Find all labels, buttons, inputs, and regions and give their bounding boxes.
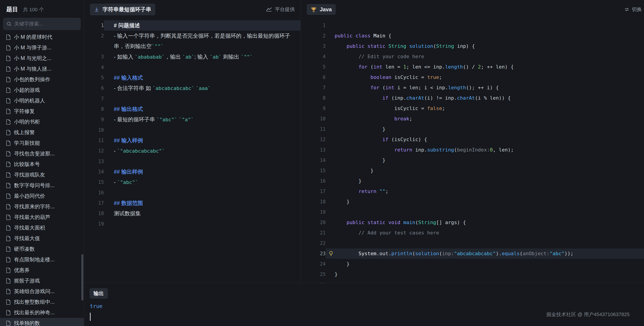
markdown-line[interactable]: 3- 如输入 `abababab`，输出 `ab`; 输入 `ab` 则输出 `… — [84, 52, 300, 62]
code-line[interactable]: 4 // Edit your code here — [301, 51, 644, 62]
code-line[interactable]: 6 boolean isCyclic = true; — [301, 72, 644, 83]
sidebar-scrollbar[interactable] — [81, 254, 83, 300]
markdown-line[interactable]: 5## 输入格式 — [84, 73, 300, 83]
markdown-line[interactable]: 19 — [84, 219, 300, 229]
problem-list-item[interactable]: 小 M 与狼人拯... — [0, 64, 84, 74]
code-line[interactable]: 11 } — [301, 124, 644, 134]
code-line[interactable]: 9 isCyclic = false; — [301, 103, 644, 114]
problem-list-item[interactable]: 寻找游戏队友 — [0, 170, 84, 180]
problem-list-item[interactable]: 寻找最大面积 — [0, 222, 84, 233]
problem-item-label: 有点限制地走楼... — [14, 256, 54, 263]
code-line[interactable]: 8 if (inp.charAt(i) != inp.charAt(i % le… — [301, 93, 644, 103]
problem-list-item[interactable]: 小 M 与弹子游... — [0, 42, 84, 53]
code-line[interactable]: 21 // Add your test cases here — [301, 228, 644, 238]
problem-list-item[interactable]: 学习新技能 — [0, 138, 84, 148]
code-line[interactable]: 16 } — [301, 176, 644, 186]
problem-item-label: 小明的书柜 — [14, 118, 40, 125]
output-tab[interactable]: 输出 — [90, 288, 108, 299]
markdown-line[interactable]: 13 — [84, 156, 300, 167]
markdown-line[interactable]: 9- 最短的循环子串 `"abc"` `"a"` — [84, 114, 300, 125]
line-number: 25 — [301, 269, 326, 279]
code-line[interactable]: 20 public static void main(String[] args… — [301, 217, 644, 228]
document-icon — [6, 236, 11, 241]
document-icon — [6, 204, 11, 209]
problem-list-item[interactable]: 找单独的数 — [0, 318, 84, 326]
code-line[interactable]: 1 — [301, 20, 644, 31]
markdown-line[interactable]: 4 — [84, 62, 300, 73]
markdown-line[interactable]: 15- `"abc"` — [84, 177, 300, 188]
search-placeholder: 关键字搜索... — [14, 21, 43, 27]
code-line[interactable]: 22 — [301, 238, 644, 248]
problem-list-item[interactable]: 找出最长的神奇... — [0, 307, 84, 318]
markdown-line[interactable]: 8## 输出格式 — [84, 104, 300, 114]
problem-list-item[interactable]: 小明的机器人 — [0, 95, 84, 106]
code-line-content: if (isCyclic) { — [326, 134, 427, 145]
code-line-content: public static void main(String[] args) { — [326, 217, 466, 228]
problem-list-item[interactable]: 小超的游戏 — [0, 85, 84, 95]
markdown-line[interactable]: 12- `"abcabcabcabc"` — [84, 146, 300, 156]
problem-list-item[interactable]: 寻找最大的葫芦 — [0, 212, 84, 222]
line-number: 11 — [301, 124, 326, 134]
problem-list-item[interactable]: 摇骰子游戏 — [0, 275, 84, 286]
markdown-line[interactable]: 18测试数据集 — [84, 208, 300, 219]
code-editor[interactable]: 12public class Main {3 public static Str… — [301, 19, 644, 283]
code-line[interactable]: 7 for (int i = len; i < inp.length(); ++… — [301, 83, 644, 93]
code-line[interactable]: 19 — [301, 207, 644, 217]
markdown-line-content: ## 输出格式 — [104, 104, 300, 114]
code-line[interactable]: 13 return inp.substring(beginIndex:0, le… — [301, 145, 644, 155]
problem-list-item[interactable]: 数字字母问号排... — [0, 180, 84, 191]
language-chip[interactable]: Java — [307, 4, 336, 15]
problem-list-item[interactable]: 寻找原来的字符... — [0, 201, 84, 212]
line-number: 23 — [301, 248, 326, 259]
markdown-line[interactable]: 1# 问题描述 — [84, 20, 300, 31]
problem-list-item[interactable]: 字符修复 — [0, 106, 84, 117]
markdown-line[interactable]: 6- 合法字符串 如 `abcabcabcabc` `aaa` — [84, 83, 300, 94]
code-line[interactable]: 18 } — [301, 197, 644, 207]
code-line[interactable]: 26 — [301, 279, 644, 283]
code-line[interactable]: 14 } — [301, 155, 644, 165]
problem-item-label: 寻找包含斐波那... — [14, 150, 54, 157]
search-input[interactable]: 关键字搜索... — [3, 18, 81, 30]
code-line[interactable]: 2public class Main { — [301, 31, 644, 41]
markdown-line[interactable]: 14## 输出样例 — [84, 167, 300, 177]
markdown-line[interactable]: 2- 输入一个字符串，判断其是否完全循环，若是循环的，输出最短的循环子串，否则输… — [84, 31, 300, 52]
problem-list-item[interactable]: 小 M 的星球时代 — [0, 32, 84, 42]
switch-language-button[interactable]: 切换 — [624, 6, 642, 13]
markdown-line[interactable]: 17## 数据范围 — [84, 198, 300, 208]
code-line[interactable]: 5 for (int len = 1; len <= inp.length() … — [301, 62, 644, 72]
code-line[interactable]: 23 System.out.println(solution(inp:"abca… — [301, 248, 644, 259]
code-line[interactable]: 10 break; — [301, 114, 644, 124]
code-line-content: } — [326, 269, 338, 279]
line-number: 13 — [84, 156, 104, 167]
problem-list-item[interactable]: 硬币凑数 — [0, 244, 84, 254]
problem-list-item[interactable]: 寻找包含斐波那... — [0, 148, 84, 159]
problem-list-item[interactable]: 寻找最大值 — [0, 233, 84, 244]
document-icon — [6, 162, 11, 167]
code-line[interactable]: 15 } — [301, 165, 644, 176]
problem-item-label: 小 M 与狼人拯... — [14, 65, 52, 72]
problem-list-item[interactable]: 线上报警 — [0, 127, 84, 138]
problem-list-item[interactable]: 英雄组合游戏问... — [0, 286, 84, 297]
code-line[interactable]: 24 } — [301, 259, 644, 269]
markdown-line[interactable]: 16 — [84, 188, 300, 198]
document-icon — [6, 172, 11, 178]
code-line[interactable]: 3 public static String solution(String i… — [301, 41, 644, 51]
code-line[interactable]: 12 if (isCyclic) { — [301, 134, 644, 145]
problem-list-item[interactable]: 小包的数列操作 — [0, 74, 84, 85]
markdown-line[interactable]: 7 — [84, 94, 300, 104]
problem-list-item[interactable]: 小 M 与光明之... — [0, 53, 84, 64]
line-number: 7 — [301, 83, 326, 93]
markdown-line[interactable]: 10 — [84, 125, 300, 135]
problem-list-item[interactable]: 最小趋同代价 — [0, 191, 84, 201]
problem-list-item[interactable]: 有点限制地走楼... — [0, 254, 84, 265]
problem-list-item[interactable]: 比较版本号 — [0, 159, 84, 170]
markdown-line[interactable]: 11## 输入样例 — [84, 135, 300, 146]
line-number: 12 — [84, 146, 104, 156]
line-number: 16 — [301, 176, 326, 186]
problem-list-item[interactable]: 小明的书柜 — [0, 117, 84, 127]
document-icon — [6, 320, 11, 326]
problem-list-item[interactable]: 优惠券 — [0, 265, 84, 275]
problem-list-item[interactable]: 找出整型数组中... — [0, 297, 84, 307]
code-line[interactable]: 25} — [301, 269, 644, 279]
code-line[interactable]: 17 return ""; — [301, 186, 644, 197]
